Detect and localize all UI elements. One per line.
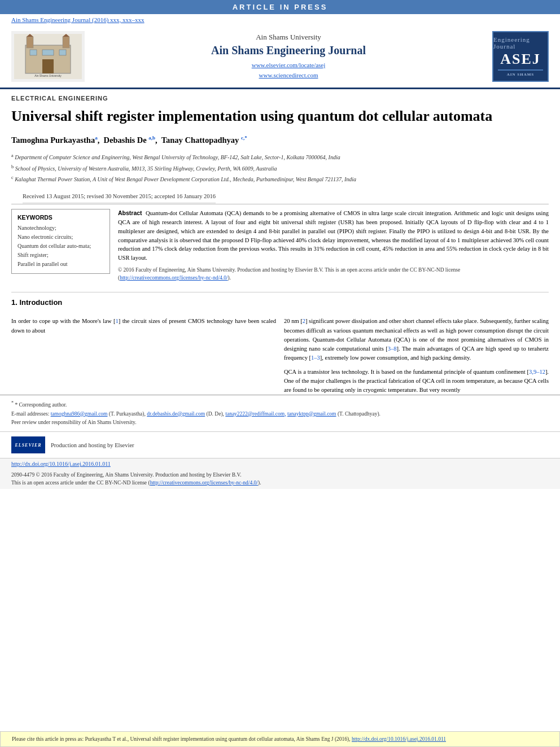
keyword-1: Nanotechnology; xyxy=(18,224,104,233)
email-addresses: E-mail addresses: tamoghna986@gmail.com … xyxy=(11,410,549,418)
email4-link[interactable]: tanayktpp@gmail.com xyxy=(287,411,336,417)
affiliation-b: b School of Physics, University of Weste… xyxy=(11,164,549,173)
email2-link[interactable]: dr.debashis.de@gmail.com xyxy=(147,411,205,417)
body-right-col: 20 nm [2] significant power dissipation … xyxy=(284,317,549,395)
abstract-section: Abstract Quantum-dot Cellular Automata (… xyxy=(118,209,549,282)
open-access-link[interactable]: http://creativecommons.org/licenses/by-n… xyxy=(150,480,258,486)
header-links[interactable]: www.elsevier.com/locate/asej www.science… xyxy=(90,60,487,80)
elsevier-logo-text: ELSEVIER xyxy=(15,443,41,448)
author3-name: Tanay Chattopadhyay xyxy=(161,135,239,144)
open-access-text: This is an open access article under the… xyxy=(11,480,150,486)
header-center: Ain Shams University Ain Shams Engineeri… xyxy=(90,33,487,80)
svg-rect-7 xyxy=(30,50,37,55)
svg-rect-6 xyxy=(42,59,54,73)
copyright-link[interactable]: http://creativecommons.org/licenses/by-n… xyxy=(120,275,228,281)
please-cite-box: Please cite this article in press as: Pu… xyxy=(0,731,560,747)
abstract-copyright: © 2016 Faculty of Engineering, Ain Shams… xyxy=(118,266,549,282)
email3-link[interactable]: tanay2222@rediffmail.com, xyxy=(225,411,286,417)
university-building-icon: Ain Shams University xyxy=(14,34,82,79)
journal-link-text: Ain Shams Engineering Journal (2016) xxx… xyxy=(11,16,145,23)
asej-logo-text: ASEJ xyxy=(500,51,541,68)
peer-review-note: Peer review under responsibility of Ain … xyxy=(11,418,549,427)
email1-link[interactable]: tamoghna986@gmail.com xyxy=(51,411,108,417)
svg-rect-9 xyxy=(59,50,66,55)
affiliation-a: a Department of Computer Science and Eng… xyxy=(11,152,549,161)
copyright-footer: 2090-4479 © 2016 Faculty of Engineering,… xyxy=(0,469,560,489)
received-line: Received 13 August 2015; revised 30 Nove… xyxy=(23,190,216,203)
abstract-body: Quantum-dot Cellular Automata (QCA) dema… xyxy=(118,210,549,261)
bottom-url-bar: http://dx.doi.org/10.1016/j.asej.2016.01… xyxy=(0,458,560,469)
intro-heading: 1. Introduction xyxy=(11,298,549,307)
please-cite-text: Please cite this article in press as: Pu… xyxy=(12,736,351,742)
keywords-title: KEYWORDS xyxy=(18,214,104,221)
svg-rect-4 xyxy=(63,37,69,48)
abstract-text: Abstract Quantum-dot Cellular Automata (… xyxy=(118,209,549,263)
authors-line: Tamoghna Purkayasthaa, Debashis De a,b, … xyxy=(0,129,560,148)
journal-header: Ain Shams University Ain Shams Universit… xyxy=(0,25,560,89)
header-journal-name: Ain Shams Engineering Journal xyxy=(90,44,487,57)
article-body: In order to cope up with the Moore's law… xyxy=(0,317,560,395)
section-divider-1 xyxy=(11,292,549,292)
please-cite-doi-link[interactable]: http://dx.doi.org/10.1016/j.asej.2016.01… xyxy=(352,736,446,742)
svg-rect-8 xyxy=(42,50,54,55)
keywords-col: KEYWORDS Nanotechnology; Nano electronic… xyxy=(11,209,110,286)
author1-sup: a xyxy=(95,135,98,141)
corresponding-author-note: * * Corresponding author. xyxy=(11,400,549,409)
email1-name: (T. Purkayastha), xyxy=(109,411,146,417)
affiliations: a Department of Computer Science and Eng… xyxy=(0,148,560,190)
email-label: E-mail addresses: xyxy=(11,411,49,417)
email2-name: (D. De), xyxy=(207,411,224,417)
affiliation-c: c Kalaghat Thermal Power Station, A Unit… xyxy=(11,174,549,184)
footnote-section: * * Corresponding author. E-mail address… xyxy=(0,395,560,431)
doi-link[interactable]: http://dx.doi.org/10.1016/j.asej.2016.01… xyxy=(11,461,111,467)
header-link-elsevier[interactable]: www.elsevier.com/locate/asej xyxy=(90,60,487,71)
keyword-3: Quantum dot cellular auto-mata; xyxy=(18,242,104,251)
svg-rect-2 xyxy=(27,37,33,48)
intro-right-text-2: QCA is a transistor less technology. It … xyxy=(284,368,549,395)
elsevier-bar: ELSEVIER Production and hosting by Elsev… xyxy=(0,431,560,458)
svg-text:Ain Shams University: Ain Shams University xyxy=(34,74,62,77)
keywords-abstract-section: KEYWORDS Nanotechnology; Nano electronic… xyxy=(0,209,560,286)
keywords-box: KEYWORDS Nanotechnology; Nano electronic… xyxy=(11,209,110,274)
abstract-col: Abstract Quantum-dot Cellular Automata (… xyxy=(118,209,549,286)
category-label: ELECTRICAL ENGINEERING xyxy=(0,89,560,103)
keyword-5: Parallel in parallel out xyxy=(18,260,104,269)
intro-left-text: In order to cope up with the Moore's law… xyxy=(11,317,276,335)
abstract-label: Abstract xyxy=(118,209,142,216)
author3-sup: c,* xyxy=(241,135,247,141)
header-link-sciencedirect[interactable]: www.sciencedirect.com xyxy=(90,71,487,81)
intro-right-text: 20 nm [2] significant power dissipation … xyxy=(284,317,549,362)
elsevier-logo: ELSEVIER xyxy=(11,436,45,453)
article-title: Universal shift register implementation … xyxy=(0,103,560,129)
keyword-2: Nano electronic circuits; xyxy=(18,233,104,242)
author1-name: Tamoghna Purkayastha xyxy=(11,135,95,144)
keyword-4: Shift register; xyxy=(18,251,104,260)
university-logo-left: Ain Shams University xyxy=(11,31,85,82)
author2-sup: a,b xyxy=(148,135,155,141)
journal-link-line[interactable]: Ain Shams Engineering Journal (2016) xxx… xyxy=(0,14,560,25)
issn-text: 2090-4479 © 2016 Faculty of Engineering,… xyxy=(11,472,242,478)
email4-name: (T. Chattopadhyay). xyxy=(338,411,380,417)
body-left-col: In order to cope up with the Moore's law… xyxy=(11,317,276,395)
author2-name: Debashis De xyxy=(104,135,147,144)
corresponding-label: * Corresponding author. xyxy=(15,403,67,408)
page-container: ARTICLE IN PRESS Ain Shams Engineering J… xyxy=(0,0,560,747)
journal-logo-right: Engineering Journal ASEJ AIN SHAMS xyxy=(492,31,549,82)
header-university-name: Ain Shams University xyxy=(90,33,487,42)
banner-text: ARTICLE IN PRESS xyxy=(233,3,328,11)
article-in-press-banner: ARTICLE IN PRESS xyxy=(0,0,560,14)
elsevier-hosting-text: Production and hosting by Elsevier xyxy=(51,442,134,448)
